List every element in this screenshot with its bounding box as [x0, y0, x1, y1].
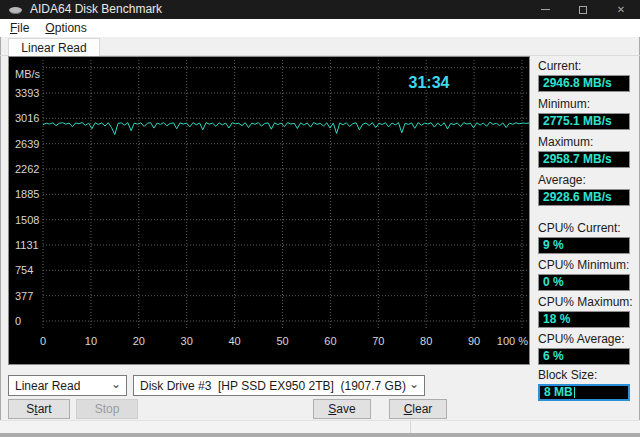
stat-value: 2958.7 MB/s: [538, 151, 630, 168]
block-size-input[interactable]: 8 MB: [538, 384, 630, 401]
stat-label: Average:: [538, 173, 632, 187]
clear-button[interactable]: Clear: [389, 399, 447, 419]
stat-current: Current: 2946.8 MB/s: [538, 59, 632, 92]
benchmark-chart-panel: MB/s339330162639226218851508113175437700…: [8, 56, 530, 365]
elapsed-time: 31:34: [409, 74, 450, 91]
svg-text:377: 377: [15, 290, 33, 302]
throughput-line: [43, 122, 529, 134]
svg-text:10: 10: [85, 335, 97, 347]
stop-button: Stop: [76, 399, 138, 419]
stat-value: 2775.1 MB/s: [538, 113, 630, 130]
stat-label: CPU% Minimum:: [538, 258, 632, 272]
svg-text:40: 40: [228, 335, 240, 347]
svg-text:60: 60: [324, 335, 336, 347]
stat-value: 2928.6 MB/s: [538, 189, 630, 206]
stat-value: 2946.8 MB/s: [538, 75, 630, 92]
svg-text:MB/s: MB/s: [15, 68, 41, 80]
start-button[interactable]: Start: [8, 399, 70, 419]
chevron-down-icon: ⌄: [111, 377, 121, 391]
svg-text:3393: 3393: [15, 87, 39, 99]
stat-cpu-average: CPU% Average: 6 %: [538, 332, 632, 365]
maximize-icon: [579, 6, 587, 14]
svg-text:3016: 3016: [15, 112, 39, 124]
svg-text:754: 754: [15, 264, 33, 276]
window-title: AIDA64 Disk Benchmark: [30, 0, 162, 19]
stat-value: 18 %: [538, 311, 630, 328]
svg-text:80: 80: [420, 335, 432, 347]
svg-text:30: 30: [181, 335, 193, 347]
svg-text:2639: 2639: [15, 138, 39, 150]
stat-value: 9 %: [538, 237, 630, 254]
status-bar: [0, 420, 640, 433]
stat-cpu-minimum: CPU% Minimum: 0 %: [538, 258, 632, 291]
window-controls: ✕: [526, 0, 640, 19]
stat-cpu-maximum: CPU% Maximum: 18 %: [538, 295, 632, 328]
aida64-disk-benchmark-window: AIDA64 Disk Benchmark ✕ File Options Lin…: [0, 0, 640, 437]
maximize-button[interactable]: [564, 0, 602, 19]
svg-text:90: 90: [468, 335, 480, 347]
close-icon: ✕: [617, 4, 625, 15]
stat-minimum: Minimum: 2775.1 MB/s: [538, 97, 632, 130]
svg-text:70: 70: [372, 335, 384, 347]
svg-text:0: 0: [40, 335, 46, 347]
stat-label: CPU% Average:: [538, 332, 632, 346]
text-cursor: [574, 387, 575, 398]
chevron-down-icon: ⌄: [409, 377, 419, 391]
stat-label: Block Size:: [538, 368, 632, 382]
menu-file[interactable]: File: [2, 19, 37, 37]
drive-select[interactable]: Disk Drive #3 [HP SSD EX950 2TB] (1907.7…: [133, 375, 425, 396]
svg-text:1885: 1885: [15, 188, 39, 200]
stat-label: Current:: [538, 59, 632, 73]
stat-block-size: Block Size: 8 MB: [538, 368, 632, 401]
svg-text:100 %: 100 %: [497, 335, 528, 347]
svg-text:20: 20: [133, 335, 145, 347]
svg-text:1131: 1131: [15, 239, 39, 251]
stat-cpu-current: CPU% Current: 9 %: [538, 221, 632, 254]
benchmark-chart: MB/s339330162639226218851508113175437700…: [9, 57, 529, 364]
menu-options[interactable]: Options: [37, 19, 94, 37]
tab-linear-read[interactable]: Linear Read: [8, 38, 100, 56]
minimize-button[interactable]: [526, 0, 564, 19]
title-bar: AIDA64 Disk Benchmark ✕: [0, 0, 640, 19]
stat-label: CPU% Maximum:: [538, 295, 632, 309]
window-bottom-edge: [0, 433, 640, 437]
disk-icon: [9, 5, 23, 15]
svg-text:50: 50: [276, 335, 288, 347]
stat-maximum: Maximum: 2958.7 MB/s: [538, 135, 632, 168]
svg-text:0: 0: [15, 315, 21, 327]
stat-label: Maximum:: [538, 135, 632, 149]
stat-value: 0 %: [538, 274, 630, 291]
save-button[interactable]: Save: [313, 399, 371, 419]
stat-average: Average: 2928.6 MB/s: [538, 173, 632, 206]
close-button[interactable]: ✕: [602, 0, 640, 19]
stat-label: Minimum:: [538, 97, 632, 111]
stat-value: 6 %: [538, 348, 630, 365]
stat-label: CPU% Current:: [538, 221, 632, 235]
menu-bar: File Options: [0, 19, 640, 37]
benchmark-type-select[interactable]: Linear Read ⌄: [8, 375, 127, 396]
minimize-icon: [541, 9, 550, 10]
svg-text:1508: 1508: [15, 214, 39, 226]
svg-text:2262: 2262: [15, 163, 39, 175]
